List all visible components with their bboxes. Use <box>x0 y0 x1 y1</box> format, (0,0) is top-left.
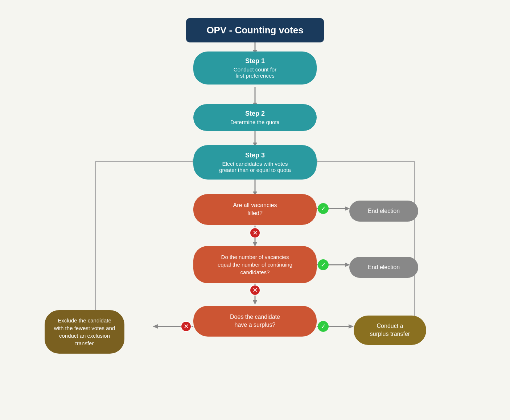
svg-marker-18 <box>349 324 354 329</box>
step1-box: Step 1 Conduct count forfirst preference… <box>193 52 317 85</box>
end-election-1: End election <box>349 201 418 222</box>
step2-number: Step 2 <box>201 110 309 118</box>
step3-text: Elect candidates with votesgreater than … <box>201 161 309 173</box>
step3-number: Step 3 <box>201 152 309 159</box>
step2-text: Determine the quota <box>201 119 309 125</box>
exclude-text: Exclude the candidate with the fewest vo… <box>54 317 115 346</box>
title-box: OPV - Counting votes <box>186 18 324 42</box>
exclude-box: Exclude the candidate with the fewest vo… <box>45 310 124 354</box>
decision2-box: Do the number of vacanciesequal the numb… <box>193 246 317 283</box>
check-icon-1: ✓ <box>318 203 329 214</box>
decision3-box: Does the candidatehave a surplus? <box>193 306 317 337</box>
svg-marker-16 <box>253 300 257 305</box>
end1-text: End election <box>368 208 400 214</box>
end-election-2: End election <box>349 257 418 278</box>
step1-number: Step 1 <box>201 57 309 65</box>
step2-box: Step 2 Determine the quota <box>193 104 317 131</box>
cross-icon-3: ✕ <box>181 321 192 332</box>
decision2-text: Do the number of vacanciesequal the numb… <box>218 254 292 275</box>
title-text: OPV - Counting votes <box>206 25 303 36</box>
decision1-text: Are all vacanciesfilled? <box>233 202 277 216</box>
check-icon-3: ✓ <box>318 321 329 332</box>
diagram-container: OPV - Counting votes Step 1 Conduct coun… <box>37 11 473 410</box>
decision3-text: Does the candidatehave a surplus? <box>230 314 280 328</box>
step1-text: Conduct count forfirst preferences <box>201 66 309 79</box>
svg-marker-20 <box>153 324 158 329</box>
cross-icon-2: ✕ <box>250 285 260 296</box>
surplus-transfer-box: Conduct asurplus transfer <box>354 316 426 345</box>
check-icon-2: ✓ <box>318 259 329 270</box>
decision1-box: Are all vacanciesfilled? <box>193 194 317 225</box>
surplus-text: Conduct asurplus transfer <box>370 323 410 337</box>
end2-text: End election <box>368 264 400 270</box>
cross-icon-1: ✕ <box>250 227 260 238</box>
step3-box: Step 3 Elect candidates with votesgreate… <box>193 145 317 180</box>
